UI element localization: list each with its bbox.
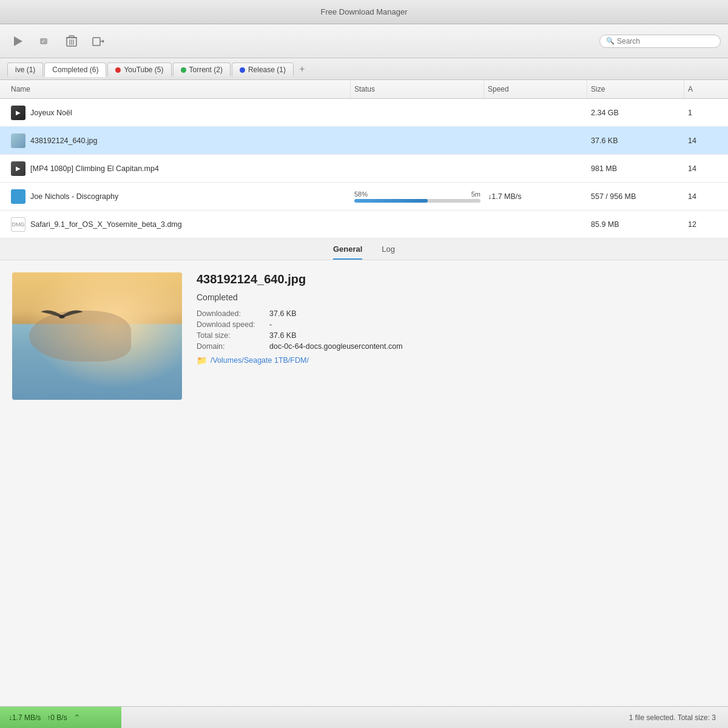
row3-status-cell	[351, 165, 484, 172]
downloaded-label: Downloaded:	[197, 309, 269, 318]
table-row[interactable]: DMG Safari_9.1_for_OS_X_Yosemite_beta_3.…	[0, 211, 728, 238]
svg-marker-10	[103, 39, 104, 43]
progress-time: 5m	[471, 190, 480, 198]
tab-completed[interactable]: Completed (6)	[44, 62, 106, 77]
progress-bar-fill	[354, 199, 428, 203]
title-bar: Free Download Manager	[0, 0, 728, 24]
row4-added-cell: 14	[684, 189, 721, 204]
tab-youtube-label: YouTube (5)	[124, 66, 163, 74]
row2-size-cell: 37.6 KB	[587, 133, 684, 149]
row4-size-cell: 557 / 956 MB	[587, 189, 684, 204]
search-box: 🔍	[599, 35, 721, 48]
table-row[interactable]: 438192124_640.jpg 37.6 KB 14	[0, 127, 728, 155]
svg-point-11	[59, 315, 65, 318]
detail-status: Completed	[197, 292, 716, 302]
row2-status-cell	[351, 137, 484, 144]
domain-label: Domain:	[197, 342, 269, 351]
tab-completed-label: Completed (6)	[52, 66, 98, 74]
table-row[interactable]: ▶ [MP4 1080p] Climbing El Capitan.mp4 98…	[0, 155, 728, 183]
row1-filename: Joyeux Noël	[30, 109, 72, 117]
toolbar: ⏸ ✓ 🔍	[0, 24, 728, 58]
header-added: A	[684, 80, 721, 98]
header-size: Size	[587, 80, 684, 98]
row1-name-cell: ▶ Joyeux Noël	[7, 102, 351, 124]
total-size-value: 37.6 KB	[269, 331, 296, 340]
progress-percent: 58%	[354, 190, 368, 198]
move-button[interactable]	[87, 30, 109, 52]
download-speed-label: Download speed:	[197, 320, 269, 329]
play-all-button[interactable]: ⏸ ✓	[34, 30, 56, 52]
row2-speed-cell	[484, 137, 587, 144]
row3-speed-cell	[484, 165, 587, 172]
svg-marker-0	[14, 36, 22, 46]
download-speed-status: ↓1.7 MB/s	[8, 713, 41, 722]
tab-release-label: Release (1)	[248, 66, 286, 74]
row5-added-cell: 12	[684, 217, 721, 232]
row4-status-cell: 58% 5m	[351, 188, 484, 205]
row5-filename: Safari_9.1_for_OS_X_Yosemite_beta_3.dmg	[30, 220, 182, 229]
row4-speed-cell: ↓1.7 MB/s	[484, 189, 587, 204]
folder-icon: 📁	[197, 356, 207, 365]
video-icon: ▶	[11, 161, 25, 176]
detail-path[interactable]: 📁 /Volumes/Seagate 1TB/FDM/	[197, 356, 716, 365]
row2-added-cell: 14	[684, 133, 721, 149]
detail-tab-general[interactable]: General	[333, 244, 362, 260]
row5-status-cell	[351, 221, 484, 228]
row4-filename: Joe Nichols - Discography	[30, 192, 118, 201]
tab-active[interactable]: ive (1)	[7, 62, 43, 76]
row4-name-cell: Joe Nichols - Discography	[7, 186, 351, 207]
tab-youtube[interactable]: YouTube (5)	[107, 62, 171, 76]
youtube-dot	[115, 67, 121, 73]
detail-panel: General Log 438192124_640.jpg	[0, 238, 728, 706]
downloads-table: Name Status Speed Size A ▶ Joyeux Noël 2…	[0, 80, 728, 238]
row3-added-cell: 14	[684, 161, 721, 177]
detail-content: 438192124_640.jpg Completed Downloaded: …	[0, 260, 728, 412]
row1-speed-cell	[484, 109, 587, 116]
row5-size-cell: 85.9 MB	[587, 217, 684, 232]
row2-filename: 438192124_640.jpg	[30, 136, 98, 145]
bird-silhouette	[38, 305, 86, 326]
domain-value: doc-0c-64-docs.googleusercontent.com	[269, 342, 403, 351]
tab-torrent[interactable]: Torrent (2)	[173, 62, 231, 76]
header-speed: Speed	[484, 80, 587, 98]
detail-info: 438192124_640.jpg Completed Downloaded: …	[197, 272, 716, 400]
status-info: 1 file selected. Total size: 3	[121, 713, 728, 722]
search-input[interactable]	[617, 37, 714, 46]
search-icon: 🔍	[606, 37, 615, 45]
total-size-label: Total size:	[197, 331, 269, 340]
progress-info: 58% 5m	[354, 190, 480, 198]
table-row[interactable]: ▶ Joyeux Noël 2.34 GB 1	[0, 99, 728, 127]
svg-rect-8	[93, 38, 100, 46]
detail-row-downloaded: Downloaded: 37.6 KB	[197, 309, 716, 318]
progress-container: 58% 5m	[354, 190, 480, 203]
window-title: Free Download Manager	[320, 7, 407, 16]
delete-button[interactable]	[61, 30, 83, 52]
detail-tab-log[interactable]: Log	[382, 244, 395, 260]
table-header: Name Status Speed Size A	[0, 80, 728, 99]
downloaded-value: 37.6 KB	[269, 309, 296, 318]
image-icon	[11, 133, 25, 148]
detail-tabs: General Log	[0, 238, 728, 260]
detail-row-speed: Download speed: -	[197, 320, 716, 329]
row1-size-cell: 2.34 GB	[587, 105, 684, 121]
selection-info: 1 file selected. Total size: 3	[629, 713, 716, 722]
tab-active-label: ive (1)	[15, 66, 35, 74]
table-row[interactable]: Joe Nichols - Discography 58% 5m ↓1.7 MB…	[0, 183, 728, 211]
header-status: Status	[351, 80, 484, 98]
video-icon: ▶	[11, 106, 25, 120]
row3-size-cell: 981 MB	[587, 161, 684, 177]
tab-torrent-label: Torrent (2)	[189, 66, 223, 74]
release-dot	[240, 67, 245, 73]
tabs-bar: ive (1) Completed (6) YouTube (5) Torren…	[0, 58, 728, 80]
expand-icon[interactable]: ⌃	[73, 713, 81, 723]
status-bar: ↓1.7 MB/s ↑0 B/s ⌃ 1 file selected. Tota…	[0, 706, 728, 728]
detail-thumbnail	[12, 272, 182, 400]
dmg-icon: DMG	[11, 217, 25, 232]
play-button[interactable]	[7, 30, 29, 52]
row2-name-cell: 438192124_640.jpg	[7, 130, 351, 152]
tab-release[interactable]: Release (1)	[232, 62, 294, 76]
torrent-dot	[181, 67, 186, 73]
detail-row-size: Total size: 37.6 KB	[197, 331, 716, 340]
add-tab-button[interactable]: +	[295, 62, 309, 76]
detail-row-domain: Domain: doc-0c-64-docs.googleusercontent…	[197, 342, 716, 351]
